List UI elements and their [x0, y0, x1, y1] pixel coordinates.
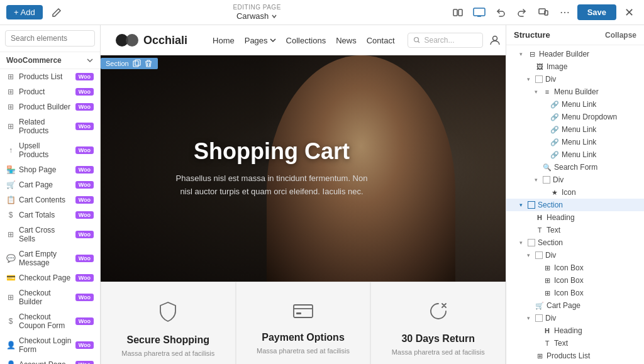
redo-icon[interactable]	[513, 4, 531, 21]
tree-text-2[interactable]: T Text	[506, 337, 644, 350]
edit-icon[interactable]	[48, 4, 65, 21]
secure-shopping-title: Secure Shopping	[127, 334, 210, 346]
products-list-icon: ⊞	[6, 72, 15, 81]
responsive-icon[interactable]	[535, 4, 552, 21]
tree-menu-link-2[interactable]: 🔗 Menu Link	[506, 123, 644, 136]
tree-cart-page[interactable]: 🛒 Cart Page	[506, 299, 644, 312]
add-button[interactable]: + Add	[6, 5, 43, 19]
left-sidebar: WooCommerce ⊞ Products List Woo ⊞ Produc…	[0, 25, 101, 364]
nav-home[interactable]: Home	[213, 36, 235, 45]
tree-text-1[interactable]: T Text	[506, 224, 644, 236]
search-input[interactable]	[5, 30, 95, 47]
svg-point-6	[126, 34, 138, 47]
nav-collections[interactable]: Collections	[286, 36, 326, 45]
hero-title: Shopping Cart	[171, 138, 372, 165]
site-logo[interactable]: Occhiali	[116, 33, 187, 48]
payment-options-icon	[292, 301, 314, 324]
image-node-icon: 🖼	[535, 62, 544, 71]
hero-subtitle: Phasellus nisl est massa in tincidunt fe…	[171, 172, 372, 199]
tree-products-list[interactable]: ⊞ Products List	[506, 350, 644, 362]
tree-image[interactable]: 🖼 Image	[506, 60, 644, 73]
div-node-icon-1	[535, 75, 543, 83]
undo-icon[interactable]	[492, 4, 509, 21]
hero-section: Shopping Cart Phasellus nisl est massa i…	[101, 55, 506, 282]
tree-menu-link-4[interactable]: 🔗 Menu Link	[506, 148, 644, 161]
logo-icon	[116, 33, 138, 48]
header-builder-icon: ⊟	[528, 50, 536, 58]
close-button[interactable]: ✕	[620, 4, 638, 21]
tree-section-2[interactable]: ▾ Section	[506, 236, 644, 249]
div-icon-3	[535, 251, 543, 259]
tree-icon-node[interactable]: ★ Icon	[506, 186, 644, 199]
woo-item-cart-page[interactable]: 🛒 Cart Page Woo	[0, 177, 100, 192]
menu-link-icon-2: 🔗	[550, 125, 559, 134]
save-button[interactable]: Save	[577, 4, 616, 20]
tree-menu-dropdown[interactable]: 🔗 Menu Dropdown	[506, 111, 644, 123]
nav-pages[interactable]: Pages	[245, 36, 276, 45]
icon-box-icon-2: ⊞	[543, 276, 552, 285]
svg-point-8	[492, 36, 497, 41]
account-page-icon: 👤	[6, 360, 15, 364]
tree-search-form[interactable]: 🔍 Search Form	[506, 161, 644, 174]
woo-item-product-builder[interactable]: ⊞ Product Builder Woo	[0, 99, 100, 114]
user-icon[interactable]	[489, 35, 501, 46]
woo-item-checkout-login-form[interactable]: 👤 Checkout Login Form Woo	[0, 333, 100, 357]
tree-icon-box-3[interactable]: ⊞ Icon Box	[506, 287, 644, 299]
section-badge[interactable]: Section	[101, 58, 158, 69]
desktop-icon[interactable]	[470, 4, 488, 21]
woo-item-shop-page[interactable]: 🏪 Shop Page Woo	[0, 162, 100, 177]
woo-item-checkout-builder[interactable]: ⊞ Checkout Builder Woo	[0, 285, 100, 309]
site-nav-links: Home Pages Collections News Contact	[213, 36, 394, 45]
secure-shopping-icon	[158, 301, 177, 327]
svg-rect-12	[296, 312, 301, 314]
woo-item-cart-empty-message[interactable]: 💬 Cart Empty Message Woo	[0, 246, 100, 270]
tree-icon-box-2[interactable]: ⊞ Icon Box	[506, 274, 644, 287]
tree-menu-link-3[interactable]: 🔗 Menu Link	[506, 136, 644, 148]
woo-item-cart-cross-sells[interactable]: ⊞ Cart Cross Sells Woo	[0, 223, 100, 246]
search-icon	[413, 36, 421, 44]
checkout-login-icon: 👤	[6, 341, 15, 350]
woo-item-cart-contents[interactable]: 📋 Cart Contents Woo	[0, 192, 100, 207]
woo-item-cart-totals[interactable]: $ Cart Totals Woo	[0, 207, 100, 223]
chevron-icon	[86, 57, 94, 64]
secure-shopping-desc: Massa pharetra sed at facilisis	[121, 350, 214, 357]
tree-icon-box-1[interactable]: ⊞ Icon Box	[506, 262, 644, 274]
svg-rect-10	[135, 60, 140, 65]
tree-menu-builder[interactable]: ▾ ≡ Menu Builder	[506, 85, 644, 98]
woo-item-checkout-page[interactable]: 💳 Checkout Page Woo	[0, 270, 100, 285]
woo-item-product[interactable]: ⊞ Product Woo	[0, 84, 100, 99]
tree-header-builder[interactable]: ▾ ⊟ Header Builder	[506, 48, 644, 60]
tree-div-2[interactable]: ▾ Div	[506, 174, 644, 186]
site-search-area: Search...	[408, 33, 501, 48]
upsell-icon: ↑	[6, 146, 15, 155]
woo-item-products-list[interactable]: ⊞ Products List Woo	[0, 69, 100, 84]
woo-item-account-page[interactable]: 👤 Account Page Woo	[0, 357, 100, 364]
woo-items-list: ⊞ Products List Woo ⊞ Product Woo ⊞ Prod…	[0, 69, 100, 364]
tree-div-3[interactable]: ▾ Div	[506, 249, 644, 262]
nav-news[interactable]: News	[336, 36, 357, 45]
nav-contact[interactable]: Contact	[367, 36, 395, 45]
tree-heading-1[interactable]: H Heading	[506, 211, 644, 224]
canvas-area: Occhiali Home Pages Collections News Con…	[101, 25, 506, 364]
div-node-icon-2	[543, 176, 550, 184]
feature-card-return: 30 Days Return Massa pharetra sed at fac…	[370, 282, 506, 364]
woo-item-upsell-products[interactable]: ↑ Upsell Products Woo	[0, 138, 100, 162]
badge-copy-icon	[133, 59, 142, 68]
product-builder-icon: ⊞	[6, 102, 15, 111]
layout-icon[interactable]	[449, 4, 467, 21]
menu-link-icon-4: 🔗	[550, 150, 559, 159]
site-search-box[interactable]: Search...	[408, 33, 483, 48]
search-form-icon: 🔍	[543, 163, 552, 172]
collapse-button[interactable]: Collapse	[605, 31, 636, 40]
woo-item-related-products[interactable]: ⊞ Related Products Woo	[0, 114, 100, 138]
woo-item-checkout-coupon-form[interactable]: $ Checkout Coupon Form Woo	[0, 309, 100, 333]
tree-div-4[interactable]: ▾ Div	[506, 312, 644, 324]
tree-div-1[interactable]: ▾ Div	[506, 73, 644, 85]
section-node-icon	[528, 201, 535, 209]
related-products-icon: ⊞	[6, 122, 15, 131]
tree-section-active[interactable]: ▾ Section	[506, 199, 644, 211]
tree-heading-2[interactable]: H Heading	[506, 324, 644, 337]
svg-rect-9	[133, 61, 138, 67]
more-icon[interactable]: ⋯	[556, 4, 574, 21]
tree-menu-link-1[interactable]: 🔗 Menu Link	[506, 98, 644, 111]
